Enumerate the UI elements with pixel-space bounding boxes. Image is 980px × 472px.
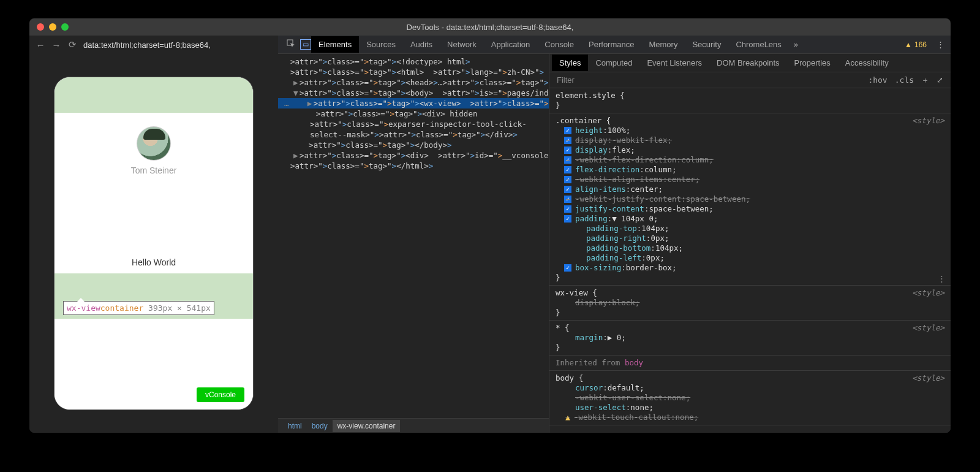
- tab-chromelens[interactable]: ChromeLens: [728, 36, 788, 53]
- tab-memory[interactable]: Memory: [641, 36, 685, 53]
- dom-line[interactable]: >attr>">class>=">tag>"><!doctype> html>: [278, 56, 549, 67]
- prop-checkbox[interactable]: [564, 127, 571, 134]
- prop-checkbox[interactable]: [564, 264, 571, 272]
- tab-performance[interactable]: Performance: [581, 36, 641, 53]
- warning-icon: ▲: [564, 413, 571, 422]
- traffic-lights: [37, 23, 69, 31]
- tooltip-tag: wx-view: [67, 303, 100, 313]
- maximize-icon[interactable]: [61, 23, 69, 31]
- device-toggle-icon[interactable]: ▭: [300, 39, 311, 50]
- filter-row: Filter :hov .cls ＋ ⤢: [549, 72, 951, 88]
- dom-line[interactable]: … ▶>attr>">class>=">tag>"><wx-view> >att…: [278, 98, 549, 108]
- url-text: data:text/html;charset=utf-8;base64,: [83, 40, 211, 50]
- css-rule[interactable]: * {<style>margin: ▶ 0;}: [549, 321, 951, 356]
- nav-row: ← → ⟳ data:text/html;charset=utf-8;base6…: [29, 36, 278, 54]
- crumb-html[interactable]: html: [283, 420, 307, 432]
- prop-checkbox[interactable]: [564, 215, 571, 223]
- dom-line[interactable]: ▶>attr>">class>=">tag>"><div> >attr>">id…: [278, 150, 549, 161]
- dom-tree[interactable]: >attr>">class>=">tag>"><!doctype> html>>…: [278, 54, 549, 418]
- more-tabs-icon[interactable]: »: [789, 36, 803, 53]
- css-rule[interactable]: body {<style>cursor: default;-webkit-use…: [549, 371, 951, 425]
- dom-pane: >attr>">class>=">tag>"><!doctype> html>>…: [278, 54, 549, 433]
- user-name: Tom Steiner: [131, 166, 177, 175]
- subtab-accessibility[interactable]: Accessibility: [838, 55, 896, 71]
- inspect-tooltip: wx-viewcontainer 393px × 541px: [63, 301, 214, 315]
- devtools-pane: ▭ ElementsSourcesAuditsNetworkApplicatio…: [278, 36, 951, 433]
- add-rule-icon[interactable]: ＋: [918, 75, 933, 86]
- styles-body[interactable]: element.style {}.container {<style>heigh…: [549, 88, 951, 433]
- prop-checkbox[interactable]: [564, 205, 571, 213]
- titlebar: DevTools - data:text/html;charset=utf-8;…: [29, 18, 951, 36]
- inspect-icon[interactable]: [282, 39, 300, 50]
- device-frame: Tom Steiner Hello World wx-viewcontainer…: [54, 77, 254, 410]
- dom-line[interactable]: >attr>">class>=">tag>"><html> >attr>">la…: [278, 67, 549, 77]
- subtab-dom-breakpoints[interactable]: DOM Breakpoints: [709, 55, 787, 71]
- back-icon[interactable]: ←: [36, 40, 45, 50]
- styles-pane: StylesComputedEvent ListenersDOM Breakpo…: [549, 54, 951, 433]
- avatar: [137, 126, 171, 161]
- minimize-icon[interactable]: [49, 23, 56, 31]
- warning-icon: ▲: [905, 40, 912, 49]
- prop-checkbox[interactable]: [564, 176, 571, 183]
- forward-icon[interactable]: →: [51, 40, 61, 50]
- prop-checkbox[interactable]: [564, 156, 571, 164]
- reload-icon[interactable]: ⟳: [67, 39, 77, 50]
- subtab-properties[interactable]: Properties: [787, 55, 838, 71]
- dom-line[interactable]: ▼>attr>">class>=">tag>"><body> >attr>">i…: [278, 88, 549, 98]
- breadcrumb: htmlbodywx-view.container: [278, 418, 549, 433]
- window-title: DevTools - data:text/html;charset=utf-8;…: [407, 23, 574, 32]
- hello-text: Hello World: [132, 257, 176, 267]
- dom-line[interactable]: >attr>">class>=">tag>"></body>>: [278, 140, 549, 150]
- css-rule[interactable]: wx-view {<style>display: block;}: [549, 286, 951, 321]
- cls-button[interactable]: .cls: [891, 75, 918, 85]
- dom-line[interactable]: >attr>">class>=">tag>"></html>>: [278, 161, 549, 171]
- tooltip-cls: container: [100, 303, 143, 313]
- subtab-event-listeners[interactable]: Event Listeners: [639, 55, 709, 71]
- warning-badge[interactable]: ▲ 166: [905, 40, 927, 49]
- dom-line[interactable]: >attr>">class>=">tag>"><div> hidden >att…: [278, 108, 549, 140]
- device-body: Tom Steiner Hello World: [55, 113, 253, 273]
- tab-security[interactable]: Security: [685, 36, 728, 53]
- device-lower: vConsole: [55, 319, 253, 410]
- kebab-icon[interactable]: ⋮: [930, 40, 951, 49]
- main-tabs: ▭ ElementsSourcesAuditsNetworkApplicatio…: [278, 36, 951, 54]
- crumb-body[interactable]: body: [307, 420, 333, 432]
- tab-sources[interactable]: Sources: [359, 36, 403, 53]
- prop-checkbox[interactable]: [564, 137, 571, 144]
- prop-checkbox[interactable]: [564, 147, 571, 154]
- prop-checkbox[interactable]: [564, 196, 571, 203]
- tooltip-dim: 393px × 541px: [143, 303, 211, 313]
- tab-elements[interactable]: Elements: [311, 36, 359, 53]
- prop-checkbox[interactable]: [564, 166, 571, 173]
- tab-console[interactable]: Console: [537, 36, 581, 53]
- sub-tabs: StylesComputedEvent ListenersDOM Breakpo…: [549, 54, 951, 72]
- subtab-computed[interactable]: Computed: [588, 55, 639, 71]
- prop-checkbox[interactable]: [564, 186, 571, 193]
- device-highlight-top: [55, 77, 253, 113]
- css-rule[interactable]: .container {<style>height: 100%;display:…: [549, 113, 951, 286]
- rule-more-icon[interactable]: ⋮: [938, 274, 946, 284]
- warning-count: 166: [914, 40, 927, 49]
- inherited-header: Inherited from body: [549, 356, 951, 371]
- tab-audits[interactable]: Audits: [403, 36, 440, 53]
- tab-network[interactable]: Network: [440, 36, 484, 53]
- devtools-window: DevTools - data:text/html;charset=utf-8;…: [29, 18, 951, 433]
- vconsole-button[interactable]: vConsole: [197, 387, 244, 402]
- subtab-styles[interactable]: Styles: [552, 55, 588, 71]
- filter-input[interactable]: Filter: [553, 75, 864, 85]
- expand-icon[interactable]: ⤢: [933, 75, 947, 85]
- css-rule[interactable]: element.style {}: [549, 88, 951, 113]
- close-icon[interactable]: [37, 23, 44, 31]
- device-highlight-mid: wx-viewcontainer 393px × 541px: [55, 273, 253, 319]
- dom-line[interactable]: ▶>attr>">class>=">tag>"><head>>…>attr>">…: [278, 77, 549, 88]
- preview-pane: ← → ⟳ data:text/html;charset=utf-8;base6…: [29, 36, 278, 433]
- tab-application[interactable]: Application: [484, 36, 538, 53]
- hov-button[interactable]: :hov: [864, 75, 891, 85]
- crumb-wx-view-container[interactable]: wx-view.container: [333, 420, 401, 432]
